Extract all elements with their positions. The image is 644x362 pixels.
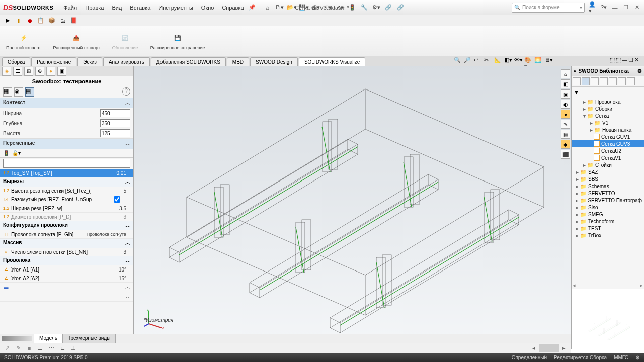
status-gear-icon[interactable]: ⚙ [635, 355, 640, 360]
lib-item-Schemas[interactable]: ▸Schemas [572, 183, 644, 190]
tab-3dviews[interactable]: Трехмерные виды [63, 334, 116, 343]
menu-view[interactable]: Вид [108, 3, 126, 13]
angle-a1[interactable]: ∠Угол A1 [A1]10° [0, 265, 133, 274]
scroll-right[interactable]: ▸ [640, 282, 643, 289]
tree-tab-icon[interactable]: ◈ [2, 67, 11, 76]
display-tab-icon[interactable]: ⊞ [24, 67, 33, 76]
status-editing[interactable]: Редактируется Сборка [554, 355, 607, 360]
tab-visualize[interactable]: SOLIDWORKS Visualize [299, 57, 365, 66]
tab-assembly[interactable]: Сборка [2, 57, 30, 66]
record-icon[interactable]: ⏺ [25, 16, 34, 25]
side-icon-6[interactable]: ✎ [561, 120, 570, 129]
pane-btn2[interactable]: ⬚ [616, 57, 621, 63]
bt-2[interactable]: ✎ [14, 344, 22, 352]
appearance-icon[interactable]: 🎨▾ [524, 57, 533, 66]
side-icon-4[interactable]: ◐ [561, 100, 570, 109]
tab-evaluate[interactable]: Анализировать [103, 57, 150, 66]
bt-7[interactable]: ⊥ [69, 344, 77, 352]
lib-tab-5[interactable] [609, 77, 617, 85]
lib-item-SERVETTO[interactable]: ▸SERVETTO [572, 190, 644, 197]
var-icon-1[interactable]: 🚦 [3, 150, 9, 156]
lib-item-Siso[interactable]: ▸Siso [572, 204, 644, 211]
menu-file[interactable]: Файл [59, 3, 81, 13]
lib-tab-4[interactable] [600, 77, 608, 85]
scene-icon[interactable]: 🌅 [534, 57, 543, 66]
menu-tools[interactable]: Инструменты [154, 3, 197, 13]
move-tab-icon[interactable]: ⊕ [35, 67, 44, 76]
lib-item-Сетка-GUV1[interactable]: Сетка GUV1 [572, 133, 644, 140]
zoom-fit-icon[interactable]: 🔍 [454, 57, 463, 66]
lib-item-TrBox[interactable]: ▸TrBox [572, 232, 644, 239]
hide-show-icon[interactable]: 👁▾ [514, 57, 523, 66]
viewport[interactable]: z x *Изометрия ⌂ ◧ ▣ ◐ ● ✎ ▤ ◆ ⬛ [134, 66, 571, 349]
ribbon-simple-export[interactable]: ⚡ Простой экспорт [3, 28, 44, 54]
view-cube-icon[interactable]: 📐 [494, 57, 503, 66]
scroll-left[interactable]: ◂ [573, 282, 576, 289]
render-tab-icon[interactable]: ● [46, 67, 55, 76]
pane-max[interactable]: ☐ [628, 57, 633, 63]
user-icon[interactable]: 👤▾ [589, 4, 597, 12]
scroll-track[interactable] [539, 344, 559, 352]
tab-addins[interactable]: Добавления SOLIDWORKS [151, 57, 226, 66]
cut-width[interactable]: 1.2Ширина реза [REZ_w]3.5 [0, 204, 133, 213]
maximize-icon[interactable]: ☐ [622, 4, 630, 12]
custom-tab-icon[interactable]: ▣ [57, 67, 66, 76]
section-variables[interactable]: Переменные︿ [0, 139, 133, 149]
pane-btn1[interactable]: ⬚ [610, 57, 615, 63]
qat-icon-4[interactable]: 📕 [69, 16, 78, 25]
tab-sketch[interactable]: Эскиз [77, 57, 102, 66]
scroll-l[interactable]: ◂ [530, 344, 538, 352]
lib-item-SAZ[interactable]: ▸SAZ [572, 168, 644, 175]
scroll-r[interactable]: ▸ [560, 344, 568, 352]
lib-item-SERVETTO-Пантограф[interactable]: ▸SERVETTO Пантограф [572, 197, 644, 204]
status-units[interactable]: ММГС [614, 355, 628, 360]
lib-tab-7[interactable] [627, 77, 635, 85]
array-count[interactable]: #Число элементов сетки [Set_NN]3 [0, 248, 133, 256]
link1-icon[interactable]: 🔗 [383, 3, 394, 13]
section-icon[interactable]: ✂ [484, 57, 493, 66]
bt-4[interactable]: ☰ [36, 344, 44, 352]
close-icon[interactable]: ✕ [633, 4, 641, 12]
lib-item-Сборки[interactable]: ▸Сборки [572, 105, 644, 112]
subsection-cuts[interactable]: Вырезы︿ [0, 177, 133, 187]
side-icon-3[interactable]: ▣ [561, 89, 570, 99]
lib-item-Technoform[interactable]: ▸Technoform [572, 218, 644, 225]
subtab-1[interactable]: ▦ [3, 87, 12, 97]
lib-item-Стойки[interactable]: ▸Стойки [572, 161, 644, 168]
variable-search[interactable] [3, 159, 130, 168]
tab-swood[interactable]: SWOOD Design [250, 57, 298, 66]
lib-tab-3[interactable] [591, 77, 599, 85]
bt-3[interactable]: ≡ [25, 344, 33, 352]
help-icon[interactable]: ?▾ [600, 4, 608, 12]
display-style-icon[interactable]: ◧▾ [504, 57, 513, 66]
menu-window[interactable]: Окно [197, 3, 218, 13]
cut-open[interactable]: ☑Разомутый рез [REZ_Front_UnSup [0, 195, 133, 204]
qat-icon-2[interactable]: 📦 [47, 16, 56, 25]
bt-6[interactable]: ⊏ [58, 344, 66, 352]
new-icon[interactable]: 🗋▾ [274, 3, 285, 13]
tab-layout[interactable]: Расположение [31, 57, 76, 66]
config-tab-icon[interactable]: ☰ [13, 67, 22, 76]
home-icon[interactable]: ⌂ [262, 3, 273, 13]
lib-tab-6[interactable] [618, 77, 626, 85]
library-filter[interactable]: ▼ [572, 87, 644, 97]
link2-icon[interactable]: 🔗 [395, 3, 406, 13]
lib-item-Новая-папка[interactable]: ▸Новая папка [572, 126, 644, 133]
wire-bent[interactable]: ▯Проволока согнута [P_Gib]Проволока согн… [0, 230, 133, 239]
subtab-2[interactable]: ◉ [14, 87, 23, 97]
view-settings-icon[interactable]: 🖥▾ [544, 57, 553, 66]
section-context[interactable]: Контекст︿ [0, 98, 133, 108]
options-icon[interactable]: ⚙▾ [371, 3, 382, 13]
pause-icon[interactable]: ⏸ [14, 16, 23, 25]
menu-help[interactable]: Справка [218, 3, 248, 13]
side-icon-8[interactable]: ◆ [561, 140, 570, 149]
pane-close[interactable]: ✕ [634, 57, 639, 63]
lib-item-Проволока[interactable]: ▸Проволока [572, 98, 644, 105]
angle-a2[interactable]: ∠Угол A2 [A2]15° [0, 274, 133, 283]
lib-item-V1[interactable]: ▸V1 [572, 119, 644, 126]
pin-icon[interactable]: 📌 [248, 4, 256, 12]
pane-min[interactable]: — [622, 57, 627, 63]
wire-diameter[interactable]: 1.2Диаметр проволоки [P_D]3 [0, 213, 133, 221]
subtab-3[interactable]: ▤ [25, 87, 34, 97]
bt-5[interactable]: ⋯ [47, 344, 55, 352]
